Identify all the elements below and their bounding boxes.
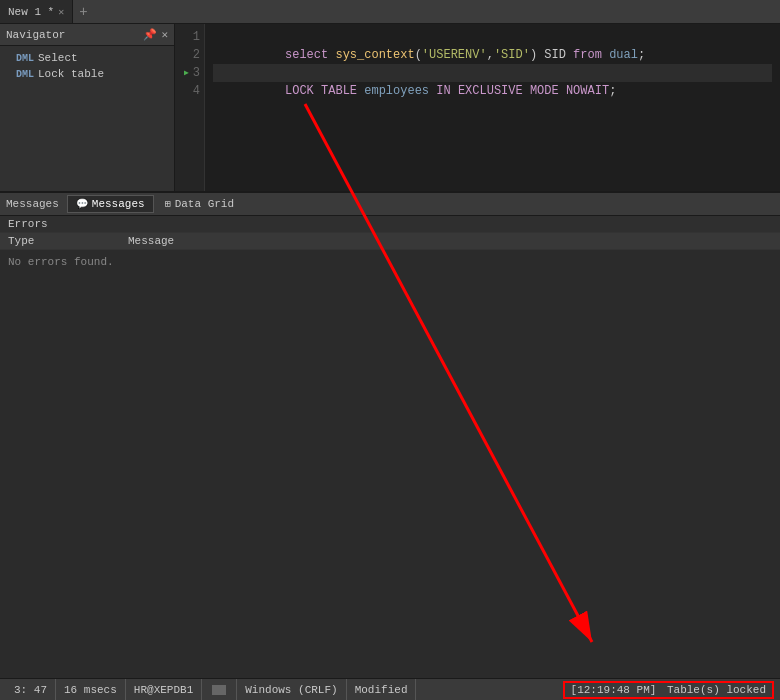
nav-item-select-icon: DML [16,53,34,64]
messages-tab-label: Messages [92,198,145,210]
tab-data-grid[interactable]: ⊞ Data Grid [156,195,243,213]
col-header-type: Type [8,235,128,247]
tab-messages[interactable]: 💬 Messages [67,195,154,213]
status-modified: Modified [347,679,417,700]
paren-close: ) [530,48,544,62]
messages-tab-icon: 💬 [76,198,88,210]
navigator-close-icon[interactable]: ✕ [161,28,168,41]
navigator-title: Navigator [6,29,65,41]
str-sid: 'SID' [494,48,530,62]
navigator-pin-icon[interactable]: 📌 [143,28,157,41]
data-grid-tab-icon: ⊞ [165,198,171,210]
semi1: ; [638,48,645,62]
no-errors-message: No errors found. [0,250,780,274]
line-number-1: 1 [175,28,204,46]
paren-open: ( [415,48,422,62]
nav-item-lock-label: Lock table [38,68,104,80]
kw-table: TABLE [321,84,364,98]
new-tab-button[interactable]: + [73,4,93,20]
editor-tab[interactable]: New 1 * ✕ [0,0,73,23]
fn-syscontext: sys_context [335,48,414,62]
code-line-3: LOCK TABLE employees IN EXCLUSIVE MODE N… [213,64,772,82]
status-locked-text: Table(s) locked [667,684,766,696]
navigator-icons: 📌 ✕ [143,28,168,41]
nav-item-select[interactable]: DML Select [0,50,174,66]
messages-header: Messages 💬 Messages ⊞ Data Grid [0,193,780,216]
tab-close-icon[interactable]: ✕ [58,6,64,18]
kw-in: IN [436,84,458,98]
connection-icon [212,685,226,695]
status-connection: HR@XEPDB1 [126,679,202,700]
messages-label: Messages [6,198,59,210]
kw-from: from [573,48,609,62]
errors-label: Errors [8,218,48,230]
status-position: 3: 47 [6,679,56,700]
line-number-2: 2 [175,46,204,64]
messages-content: Errors Type Message No errors found. [0,216,780,678]
status-timestamp: [12:19:48 PM] [571,684,657,696]
errors-bar: Errors [0,216,780,233]
status-locked-badge: [12:19:48 PM] Table(s) locked [563,681,774,699]
str-userenv: 'USERENV' [422,48,487,62]
run-arrow-icon: ▶ [184,64,189,82]
kw-mode: MODE [530,84,566,98]
message-tabs: 💬 Messages ⊞ Data Grid [67,195,243,213]
kw-exclusive: EXCLUSIVE [458,84,530,98]
comma1: , [487,48,494,62]
nav-item-lock-table[interactable]: DML Lock table [0,66,174,82]
alias-sid: SID [544,48,573,62]
line-number-3: ▶ 3 [175,64,204,82]
data-grid-tab-label: Data Grid [175,198,234,210]
status-connection-icon [202,679,237,700]
code-line-1: select sys_context('USERENV','SID') SID … [213,28,772,46]
table-header: Type Message [0,233,780,250]
semi2: ; [609,84,616,98]
status-bar: 3: 47 16 msecs HR@XEPDB1 Windows (CRLF) … [0,678,780,700]
status-line-ending: Windows (CRLF) [237,679,346,700]
status-time: 16 msecs [56,679,126,700]
col-header-message: Message [128,235,772,247]
nav-item-select-label: Select [38,52,78,64]
line-num-4: 4 [193,82,200,100]
bottom-panel: Messages 💬 Messages ⊞ Data Grid Errors T… [0,191,780,678]
kw-lock: LOCK [285,84,321,98]
tbl-employees: employees [364,84,436,98]
line-num-2: 2 [193,46,200,64]
line-num-1: 1 [193,28,200,46]
kw-nowait: NOWAIT [566,84,609,98]
tbl-dual: dual [609,48,638,62]
line-num-3: 3 [193,64,200,82]
status-connection-text: HR@XEPDB1 [134,684,193,696]
line-number-4: 4 [175,82,204,100]
tab-bar: New 1 * ✕ + [0,0,780,24]
kw-select: select [285,48,335,62]
tab-label: New 1 * [8,6,54,18]
navigator-header: Navigator 📌 ✕ [0,24,174,46]
nav-item-lock-icon: DML [16,69,34,80]
status-right-section: [12:19:48 PM] Table(s) locked [563,681,774,699]
